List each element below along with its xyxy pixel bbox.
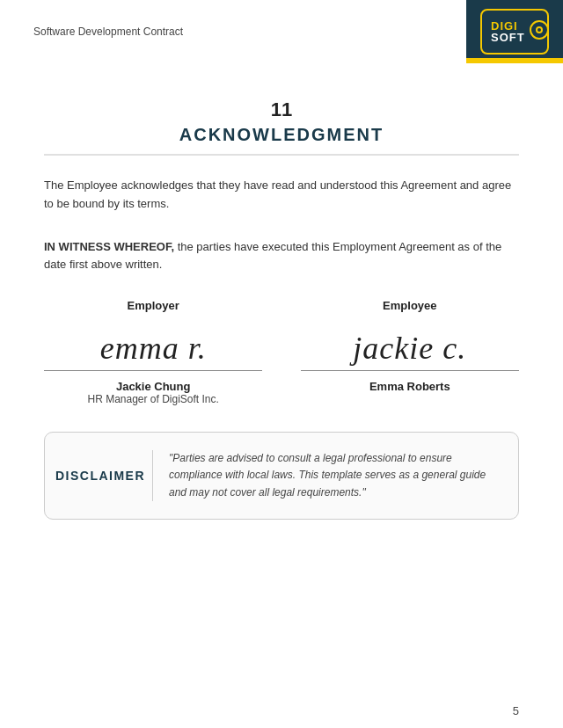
page-number: 5: [513, 704, 519, 717]
logo-icon: [529, 19, 550, 44]
paragraph-second: IN WITNESS WHEREOF, the parties have exe…: [44, 238, 519, 275]
logo-area: DIGI SOFT: [466, 0, 563, 63]
employee-signature: jackie c.: [353, 319, 466, 370]
section-title: ACKNOWLEDGMENT: [44, 125, 519, 145]
footer: 5: [0, 694, 563, 728]
disclaimer-label: DISCLAIMER: [55, 469, 145, 483]
header: Software Development Contract DIGI SOFT: [0, 0, 563, 63]
disclaimer-text: "Parties are advised to consult a legal …: [169, 450, 499, 501]
section-number: 11: [44, 98, 519, 121]
employee-label: Employee: [383, 299, 436, 312]
header-title-area: Software Development Contract: [0, 0, 466, 63]
paragraph-first: The Employee acknowledges that they have…: [44, 177, 519, 214]
document-title: Software Development Contract: [33, 25, 183, 38]
disclaimer-vertical-divider: [152, 450, 153, 501]
page: Software Development Contract DIGI SOFT: [0, 0, 563, 728]
logo-box: DIGI SOFT: [480, 9, 549, 55]
employer-name: Jackie Chung: [116, 380, 191, 393]
employee-sig-line: [301, 370, 519, 371]
main-content: 11 ACKNOWLEDGMENT The Employee acknowled…: [0, 63, 563, 694]
disclaimer-label-col: DISCLAIMER: [64, 450, 152, 501]
signatures-area: Employer emma r. Jackie Chung HR Manager…: [44, 299, 519, 405]
employer-label: Employer: [128, 299, 179, 312]
bold-intro: IN WITNESS WHEREOF,: [44, 240, 174, 253]
disclaimer-box: DISCLAIMER "Parties are advised to consu…: [44, 432, 519, 520]
employee-sig-block: Employee jackie c. Emma Roberts: [301, 299, 519, 405]
employer-sig-line: [44, 370, 262, 371]
employer-role: HR Manager of DigiSoft Inc.: [87, 393, 218, 405]
employer-signature: emma r.: [100, 319, 207, 370]
section-divider: [44, 154, 519, 156]
employer-sig-block: Employer emma r. Jackie Chung HR Manager…: [44, 299, 262, 405]
logo-row: DIGI SOFT: [491, 19, 538, 44]
logo-soft: SOFT: [491, 32, 525, 43]
employee-name: Emma Roberts: [369, 380, 450, 393]
svg-point-2: [537, 28, 541, 32]
